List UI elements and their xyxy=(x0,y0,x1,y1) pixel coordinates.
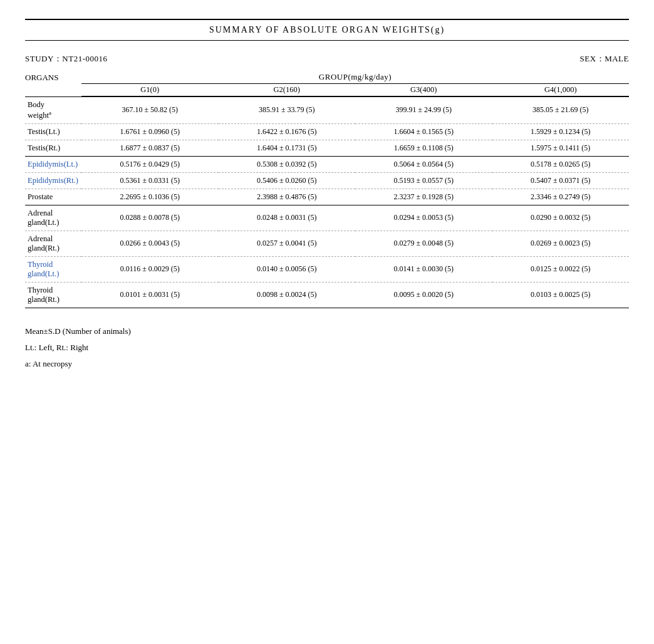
group-g3-value: 1.6659 ± 0.1108 (5) xyxy=(355,140,492,156)
group-g4-value: 385.05 ± 21.69 (5) xyxy=(492,96,630,123)
table-row: Body weighta367.10 ± 50.82 (5)385.91 ± 3… xyxy=(25,96,629,123)
footnote-1: Lt.: Left, Rt.: Right xyxy=(25,340,629,356)
group-g2-value: 1.6404 ± 0.1731 (5) xyxy=(219,140,356,156)
organ-name: Prostate xyxy=(25,189,81,205)
group-g1-value: 0.5361 ± 0.0331 (5) xyxy=(81,172,219,189)
group-header: GROUP(mg/kg/day) xyxy=(81,72,629,84)
group-g3-value: 0.5193 ± 0.0557 (5) xyxy=(355,172,492,189)
group-g3-value: 1.6604 ± 0.1565 (5) xyxy=(355,123,492,140)
table-row: Testis(Rt.)1.6877 ± 0.0837 (5)1.6404 ± 0… xyxy=(25,140,629,156)
footnote-0: Mean±S.D (Number of animals) xyxy=(25,323,629,340)
organ-name: Thyroid gland(Rt.) xyxy=(25,282,81,308)
group-g3-value: 0.0095 ± 0.0020 (5) xyxy=(355,282,492,308)
group-g4-value: 0.0125 ± 0.0022 (5) xyxy=(492,256,630,282)
group-g2-header: G2(160) xyxy=(219,84,356,97)
group-g3-header: G3(400) xyxy=(355,84,492,97)
group-g2-value: 0.0248 ± 0.0031 (5) xyxy=(219,205,356,231)
group-g1-value: 2.2695 ± 0.1036 (5) xyxy=(81,189,219,205)
group-g3-value: 0.0279 ± 0.0048 (5) xyxy=(355,231,492,256)
group-g4-value: 2.3346 ± 0.2749 (5) xyxy=(492,189,630,205)
group-g4-value: 1.5929 ± 0.1234 (5) xyxy=(492,123,630,140)
organ-name: Body weighta xyxy=(25,96,81,123)
group-g1-header: G1(0) xyxy=(81,84,219,97)
group-g3-value: 2.3237 ± 0.1928 (5) xyxy=(355,189,492,205)
group-g4-value: 0.0290 ± 0.0032 (5) xyxy=(492,205,630,231)
group-g4-value: 1.5975 ± 0.1411 (5) xyxy=(492,140,630,156)
group-g1-value: 0.0101 ± 0.0031 (5) xyxy=(81,282,219,308)
group-g3-value: 399.91 ± 24.99 (5) xyxy=(355,96,492,123)
table-row: Epididymis(Rt.)0.5361 ± 0.0331 (5)0.5406… xyxy=(25,172,629,189)
organs-subheader xyxy=(25,84,81,97)
sex-label: SEX：MALE xyxy=(580,53,629,65)
table-row: Thyroid gland(Rt.)0.0101 ± 0.0031 (5)0.0… xyxy=(25,282,629,308)
organ-name: Adrenal gland(Rt.) xyxy=(25,231,81,256)
study-label: STUDY：NT21-00016 xyxy=(25,53,108,65)
group-g3-value: 0.0294 ± 0.0053 (5) xyxy=(355,205,492,231)
group-g1-value: 1.6761 ± 0.0960 (5) xyxy=(81,123,219,140)
group-g3-value: 0.0141 ± 0.0030 (5) xyxy=(355,256,492,282)
organ-name: Adrenal gland(Lt.) xyxy=(25,205,81,231)
group-g1-value: 367.10 ± 50.82 (5) xyxy=(81,96,219,123)
footnote-2: a: At necropsy xyxy=(25,356,629,372)
group-g2-value: 0.0098 ± 0.0024 (5) xyxy=(219,282,356,308)
organ-name: Thyroid gland(Lt.) xyxy=(25,256,81,282)
page-title: SUMMARY OF ABSOLUTE ORGAN WEIGHTS(g) xyxy=(25,19,629,41)
table-row: Adrenal gland(Rt.)0.0266 ± 0.0043 (5)0.0… xyxy=(25,231,629,256)
group-g4-value: 0.5178 ± 0.0265 (5) xyxy=(492,156,630,172)
organ-name: Epididymis(Lt.) xyxy=(25,156,81,172)
organ-name: Testis(Rt.) xyxy=(25,140,81,156)
table-row: Adrenal gland(Lt.)0.0288 ± 0.0078 (5)0.0… xyxy=(25,205,629,231)
group-g1-value: 0.0288 ± 0.0078 (5) xyxy=(81,205,219,231)
group-g4-value: 0.0103 ± 0.0025 (5) xyxy=(492,282,630,308)
study-info: STUDY：NT21-00016 SEX：MALE xyxy=(25,53,629,65)
table-row: Testis(Lt.)1.6761 ± 0.0960 (5)1.6422 ± 0… xyxy=(25,123,629,140)
group-g2-value: 1.6422 ± 0.1676 (5) xyxy=(219,123,356,140)
table-row: Prostate2.2695 ± 0.1036 (5)2.3988 ± 0.48… xyxy=(25,189,629,205)
group-g1-value: 0.0266 ± 0.0043 (5) xyxy=(81,231,219,256)
table-row: Thyroid gland(Lt.)0.0116 ± 0.0029 (5)0.0… xyxy=(25,256,629,282)
group-g1-value: 0.5176 ± 0.0429 (5) xyxy=(81,156,219,172)
group-g2-value: 0.0257 ± 0.0041 (5) xyxy=(219,231,356,256)
group-g1-value: 0.0116 ± 0.0029 (5) xyxy=(81,256,219,282)
group-g2-value: 0.0140 ± 0.0056 (5) xyxy=(219,256,356,282)
group-g4-value: 0.0269 ± 0.0023 (5) xyxy=(492,231,630,256)
table-row: Epididymis(Lt.)0.5176 ± 0.0429 (5)0.5308… xyxy=(25,156,629,172)
organs-column-header: ORGANS xyxy=(25,72,81,84)
group-g2-value: 0.5406 ± 0.0260 (5) xyxy=(219,172,356,189)
group-g4-value: 0.5407 ± 0.0371 (5) xyxy=(492,172,630,189)
organ-name: Epididymis(Rt.) xyxy=(25,172,81,189)
group-g2-value: 0.5308 ± 0.0392 (5) xyxy=(219,156,356,172)
organ-name: Testis(Lt.) xyxy=(25,123,81,140)
organ-weights-table: ORGANS GROUP(mg/kg/day) G1(0) G2(160) G3… xyxy=(25,72,629,308)
footnotes-section: Mean±S.D (Number of animals)Lt.: Left, R… xyxy=(25,323,629,372)
group-g4-header: G4(1,000) xyxy=(492,84,630,97)
group-g2-value: 2.3988 ± 0.4876 (5) xyxy=(219,189,356,205)
group-g2-value: 385.91 ± 33.79 (5) xyxy=(219,96,356,123)
group-g3-value: 0.5064 ± 0.0564 (5) xyxy=(355,156,492,172)
group-g1-value: 1.6877 ± 0.0837 (5) xyxy=(81,140,219,156)
